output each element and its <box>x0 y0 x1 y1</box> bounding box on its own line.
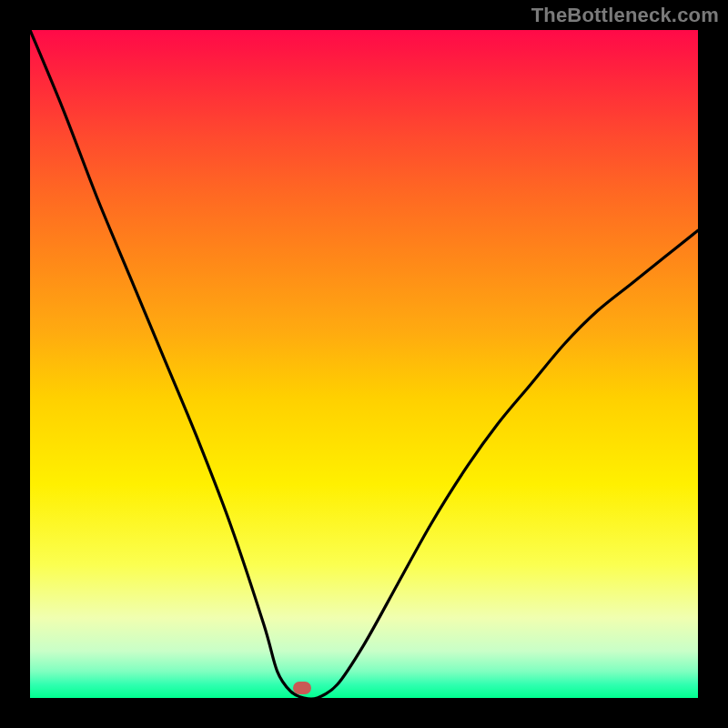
chart-plot-area <box>30 30 698 698</box>
watermark-text: TheBottleneck.com <box>531 4 719 27</box>
bottleneck-curve <box>30 30 698 698</box>
optimal-point-marker <box>293 682 311 694</box>
